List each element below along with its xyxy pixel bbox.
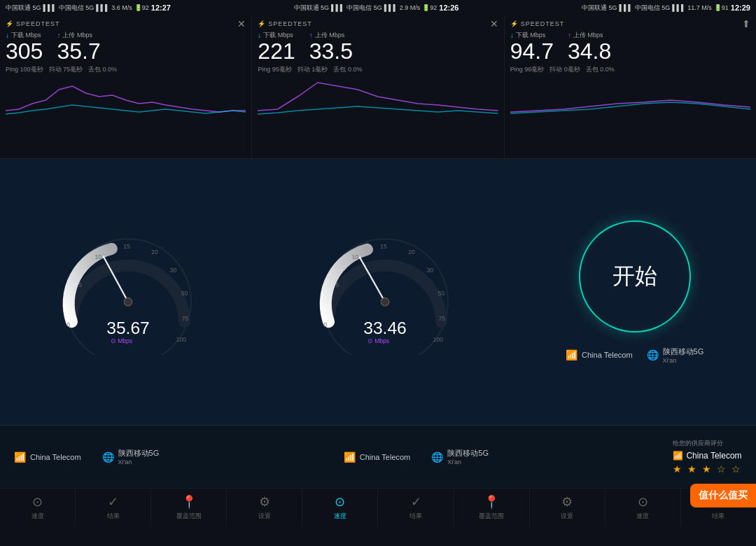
gauge-1: 0 5 10 15 20 30 50 75 100 35.67 ⊙ Mbps — [51, 229, 205, 355]
download-value-2: 221 — [258, 40, 295, 62]
download-metric-1: ↓ 下载 Mbps 305 — [6, 31, 43, 62]
svg-point-11 — [125, 298, 132, 306]
nav-label-coverage-1: 覆盖范围 — [176, 512, 202, 521]
speed-panel-3: ⚡ SPEEDTEST ⬆ ↓ 下载 Mbps 94.7 ↑ 上传 Mbps 3… — [505, 15, 756, 158]
settings-nav-icon-1: ⚙ — [259, 494, 270, 510]
nav-item-speed-1[interactable]: ⊙ 速度 — [0, 489, 76, 526]
ping-row-1: Ping 100毫秒 抖动 75毫秒 丢包 0.0% — [6, 65, 246, 74]
loss-3: 丢包 0.0% — [586, 65, 615, 74]
bottom-network-name-2: 陕西移动5G — [447, 448, 489, 458]
gauge-section-2: 0 5 10 15 20 30 50 75 100 33.46 ⊙ Mbps — [257, 159, 514, 425]
svg-text:0: 0 — [67, 321, 71, 328]
svg-text:50: 50 — [438, 290, 445, 297]
bottom-location-2: Xi'an — [447, 458, 489, 465]
loss-2: 丢包 0.0% — [333, 65, 362, 74]
chart-2 — [258, 76, 498, 118]
svg-text:100: 100 — [176, 336, 186, 343]
ping-1: Ping 100毫秒 — [6, 65, 43, 74]
wifi-icon-main: 📶 — [566, 349, 578, 360]
nav-item-settings-2[interactable]: ⚙ 设置 — [530, 489, 606, 526]
speed-panel-2: ⚡ SPEEDTEST ✕ ↓ 下载 Mbps 221 ↑ 上传 Mbps 33… — [252, 15, 504, 158]
svg-text:5: 5 — [79, 281, 83, 288]
svg-text:10: 10 — [95, 253, 102, 260]
ping-row-2: Ping 95毫秒 抖动 1毫秒 丢包 0.0% — [258, 65, 498, 74]
download-value-3: 94.7 — [510, 40, 554, 62]
svg-text:0: 0 — [323, 321, 327, 328]
rating-stars[interactable]: ★ ★ ★ ☆ ☆ — [673, 463, 742, 475]
nav-label-result-2: 结果 — [410, 512, 422, 521]
rating-provider: 📶 China Telecom — [673, 451, 741, 461]
nav-label-speed-3: 速度 — [636, 512, 649, 521]
nav-item-speed-3[interactable]: ⊙ 速度 — [606, 489, 681, 526]
nav-item-coverage-2[interactable]: 📍 覆盖范围 — [454, 489, 530, 526]
status-section-3: 中国联通 5G ▌▌▌ 中国电信 5G ▌▌▌ 11.7 M/s 🔋91 12:… — [576, 1, 756, 14]
close-btn-3[interactable]: ⬆ — [742, 18, 750, 29]
bottom-location-1: Xi'an — [118, 458, 160, 465]
nav-item-settings-1[interactable]: ⚙ 设置 — [227, 489, 302, 526]
signal-icon-3: ▌▌▌ — [331, 4, 344, 11]
carrier-name-3: 中国联通 5G — [294, 4, 330, 13]
carrier-name-2: 中国电信 5G — [59, 4, 94, 13]
bottom-isp-name-2: China Telecom — [360, 453, 411, 461]
svg-text:75: 75 — [182, 315, 189, 322]
coverage-nav-icon-1: 📍 — [181, 494, 197, 510]
upload-value-2: 33.5 — [309, 40, 353, 62]
provider-info-main: 📶 China Telecom 🌐 陕西移动5G Xi'an — [566, 346, 704, 364]
upload-value-1: 35.7 — [57, 40, 100, 62]
start-section: 开始 📶 China Telecom 🌐 陕西移动5G Xi'an — [513, 159, 756, 425]
nav-label-speed-1: 速度 — [31, 512, 44, 521]
speedtest-logo-1: ⚡ SPEEDTEST — [6, 20, 60, 27]
close-btn-2[interactable]: ✕ — [490, 18, 498, 29]
status-bar: 中国联通 5G ▌▌▌ 中国电信 5G ▌▌▌ 3.6 M/s 🔋92 12:2… — [0, 0, 756, 15]
carrier-name-4: 中国电信 5G — [346, 4, 382, 13]
svg-text:10: 10 — [352, 253, 359, 260]
status-section-1: 中国联通 5G ▌▌▌ 中国电信 5G ▌▌▌ 3.6 M/s 🔋92 12:2… — [0, 1, 176, 14]
download-metric-2: ↓ 下载 Mbps 221 — [258, 31, 295, 62]
jitter-3: 抖动 0毫秒 — [550, 65, 580, 74]
svg-text:5: 5 — [335, 281, 339, 288]
watermark: 值什么值买 — [690, 484, 756, 507]
jitter-2: 抖动 1毫秒 — [298, 65, 328, 74]
panels-row: ⚡ SPEEDTEST ✕ ↓ 下载 Mbps 305 ↑ 上传 Mbps 35… — [0, 15, 756, 159]
svg-text:30: 30 — [170, 267, 177, 274]
speed-2: 2.9 M/s — [400, 4, 421, 11]
nav-item-speed-2[interactable]: ⊙ 速度 — [302, 489, 378, 526]
speed-nav-icon-2: ⊙ — [335, 494, 345, 510]
svg-text:20: 20 — [408, 248, 415, 255]
battery-2: 🔋92 — [422, 4, 437, 11]
download-metric-3: ↓ 下载 Mbps 94.7 — [510, 31, 554, 62]
svg-text:15: 15 — [380, 243, 387, 250]
bottom-provider-group-2: 📶 China Telecom 🌐 陕西移动5G Xi'an — [344, 448, 489, 465]
nav-label-coverage-2: 覆盖范围 — [479, 512, 504, 521]
globe-icon-main: 🌐 — [647, 349, 659, 360]
signal-icon-4: ▌▌▌ — [384, 4, 398, 11]
bottom-network-2: 🌐 陕西移动5G Xi'an — [431, 448, 489, 465]
close-btn-1[interactable]: ✕ — [237, 18, 246, 29]
nav-item-result-1[interactable]: ✓ 结果 — [76, 489, 151, 526]
upload-value-3: 34.8 — [568, 40, 611, 62]
bottom-provider-group-1: 📶 China Telecom 🌐 陕西移动5G Xi'an — [14, 448, 159, 465]
rating-section: 给您的供应商评分 📶 China Telecom ★ ★ ★ ☆ ☆ — [673, 439, 742, 475]
ping-3: Ping 96毫秒 — [510, 65, 545, 74]
panel-header-3: ⚡ SPEEDTEST ⬆ — [510, 18, 750, 29]
nav-label-settings-2: 设置 — [561, 512, 573, 521]
globe-icon-bottom-2: 🌐 — [431, 451, 443, 463]
svg-text:20: 20 — [151, 248, 158, 255]
metrics-2: ↓ 下载 Mbps 221 ↑ 上传 Mbps 33.5 — [258, 31, 498, 62]
location-main: Xi'an — [663, 357, 704, 364]
loss-1: 丢包 0.0% — [88, 65, 117, 74]
nav-item-result-2[interactable]: ✓ 结果 — [378, 489, 454, 526]
svg-point-25 — [381, 298, 388, 306]
svg-text:⊙ Mbps: ⊙ Mbps — [368, 337, 389, 344]
upload-metric-1: ↑ 上传 Mbps 35.7 — [57, 31, 100, 62]
panel-header-2: ⚡ SPEEDTEST ✕ — [258, 18, 498, 29]
speed-1: 3.6 M/s — [111, 4, 132, 11]
jitter-1: 抖动 75毫秒 — [49, 65, 83, 74]
result-nav-icon-2: ✓ — [411, 494, 421, 510]
bottom-nav: ⊙ 速度 ✓ 结果 📍 覆盖范围 ⚙ 设置 ⊙ 速度 ✓ 结果 📍 覆盖范围 ⚙… — [0, 488, 756, 526]
time-2: 12:26 — [439, 4, 458, 12]
nav-item-coverage-1[interactable]: 📍 覆盖范围 — [151, 489, 227, 526]
svg-text:33.46: 33.46 — [363, 318, 407, 337]
start-button[interactable]: 开始 — [579, 220, 691, 332]
svg-text:100: 100 — [433, 336, 443, 343]
